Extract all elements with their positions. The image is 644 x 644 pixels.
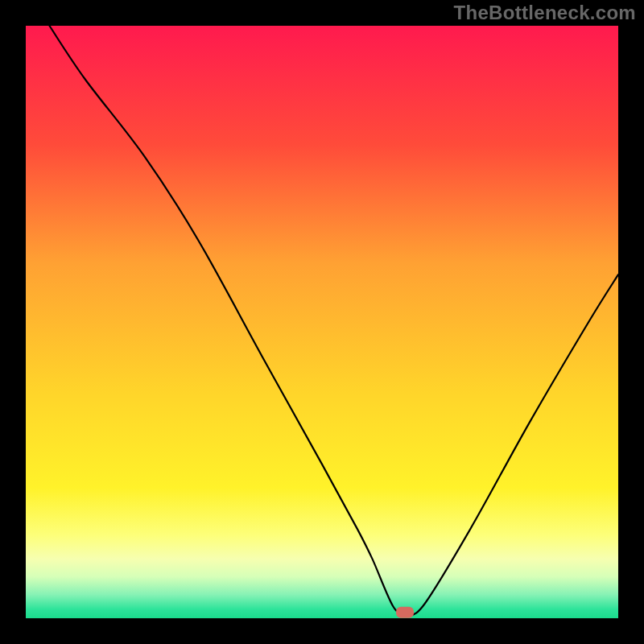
watermark-text: TheBottleneck.com xyxy=(454,2,636,24)
chart-background xyxy=(26,26,618,618)
chart-frame: TheBottleneck.com xyxy=(0,0,644,644)
bottleneck-chart xyxy=(26,26,618,618)
optimal-point-marker xyxy=(396,607,414,618)
